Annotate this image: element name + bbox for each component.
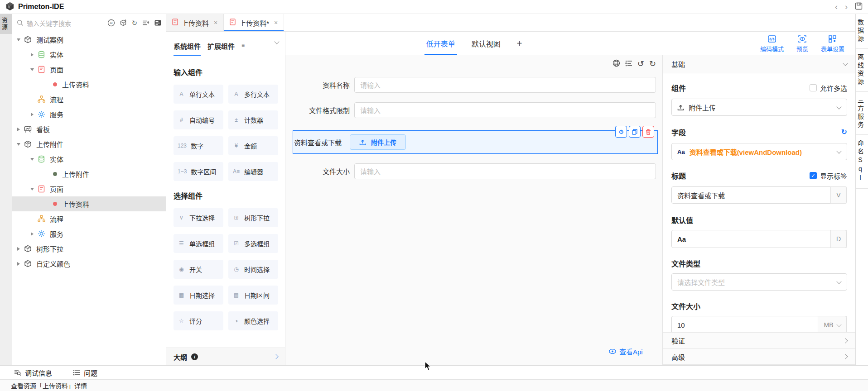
widget-copy-button[interactable]	[629, 126, 641, 138]
palette-item-editor[interactable]: A≡编辑器	[228, 162, 278, 181]
tree-expand-arrow[interactable]	[29, 186, 36, 192]
nav-back-icon[interactable]: ‹	[835, 3, 838, 11]
palette-item-number[interactable]: 123数字	[174, 136, 223, 155]
right-rail-tab[interactable]: 三方服务	[856, 92, 868, 135]
tree-item-page-instance[interactable]: 上传资料	[12, 77, 166, 92]
form-settings-button[interactable]: 表单设置	[821, 35, 844, 53]
right-rail-tab[interactable]: 数据源	[856, 14, 868, 49]
code-generate-icon[interactable]	[154, 19, 162, 27]
tree-item-package[interactable]: 测试案例	[12, 32, 166, 47]
section-advanced[interactable]: 高级	[663, 348, 855, 365]
text-input[interactable]: 请输入	[354, 77, 656, 93]
tab-extended-components[interactable]: 扩展组件	[207, 41, 235, 56]
debug-info-button[interactable]: 调试信息	[14, 368, 52, 377]
palette-item-rate[interactable]: ☆评分	[174, 311, 223, 330]
title-input[interactable]: 资料查看或下载 V	[671, 186, 847, 204]
doc-tab-upload-data[interactable]: 上传资料 ×	[166, 14, 224, 31]
globe-icon[interactable]	[612, 59, 620, 68]
collapse-sort-icon[interactable]	[141, 19, 149, 27]
doc-tab-upload-data-active[interactable]: 上传资料* ×	[224, 14, 284, 31]
tree-item-package[interactable]: 自定义颜色	[12, 256, 166, 271]
refresh-icon[interactable]: ↻	[131, 19, 137, 26]
tree-expand-arrow[interactable]	[15, 247, 22, 251]
view-api-link[interactable]: 查看Api	[609, 347, 643, 356]
ai-icon[interactable]: AI	[107, 19, 115, 27]
tree-expand-arrow[interactable]	[29, 113, 36, 116]
tree-item-page-instance[interactable]: 上传资料	[12, 196, 166, 211]
save-icon[interactable]	[855, 2, 863, 11]
palette-item-date-picker[interactable]: ▦日期选择	[174, 286, 223, 305]
tree-item-gear[interactable]: 服务	[12, 226, 166, 241]
section-basic-header[interactable]: 基础	[663, 55, 855, 73]
palette-item-switch[interactable]: ◉开关	[174, 260, 223, 279]
palette-item-date-range[interactable]: ▤日期区间	[228, 286, 278, 305]
palette-item-money[interactable]: ¥金额	[228, 136, 278, 155]
widget-delete-button[interactable]	[642, 126, 654, 138]
show-label-checkbox[interactable]: ✓ 显示标签	[810, 171, 847, 181]
field-refresh-icon[interactable]: ↻	[841, 129, 847, 136]
tree-expand-arrow[interactable]	[29, 53, 36, 57]
tree-expand-arrow[interactable]	[15, 128, 22, 131]
title-variable-button[interactable]: V	[830, 186, 847, 204]
attachment-upload-button[interactable]: 附件上传	[350, 134, 406, 150]
tree-item-flow[interactable]: 流程	[12, 92, 166, 107]
text-input[interactable]: 请输入	[354, 102, 656, 118]
redo-icon[interactable]: ↻	[649, 60, 656, 68]
checkbox-checked-icon[interactable]: ✓	[810, 172, 817, 179]
rail-tab-resources[interactable]: 资源	[0, 14, 12, 34]
palette-item-time-picker[interactable]: ◷时间选择	[228, 260, 278, 279]
tree-expand-arrow[interactable]	[15, 141, 22, 148]
close-icon[interactable]: ×	[214, 19, 217, 26]
default-dynamic-button[interactable]: D	[830, 230, 847, 248]
palette-item-radio-group[interactable]: ☰单选框组	[174, 234, 223, 253]
tree-item-flow[interactable]: 流程	[12, 211, 166, 226]
palette-item-counter[interactable]: ±计数器	[228, 110, 278, 129]
problems-button[interactable]: 问题	[73, 368, 97, 377]
palette-item-color-picker[interactable]: ◑颜色选择	[228, 311, 278, 330]
preview-button[interactable]: 预览	[796, 35, 808, 53]
palette-item-number-range[interactable]: 1~3数字区间	[174, 162, 223, 181]
tab-lowcode-form[interactable]: 低开表单	[426, 32, 455, 55]
palette-item-tree-select[interactable]: ⊞树形下拉	[228, 208, 278, 227]
close-icon[interactable]: ×	[274, 19, 278, 26]
tree-item-page[interactable]: 页面	[12, 62, 166, 77]
component-select[interactable]: 附件上传	[671, 99, 847, 116]
default-value-input[interactable]: Aa D	[671, 230, 847, 248]
tree-item-page-instance[interactable]: 上传附件	[12, 167, 166, 181]
widget-settings-button[interactable]: ⚙	[615, 126, 627, 138]
tree-expand-arrow[interactable]	[15, 262, 22, 266]
palette-item-checkbox-group[interactable]: ☑多选框组	[228, 234, 278, 253]
right-rail-tab[interactable]: 命名Sql	[856, 135, 868, 189]
file-size-input[interactable]: 10 MB	[671, 316, 847, 334]
field-select[interactable]: Aa 资料查看或下载(viewAndDownload)	[671, 143, 847, 160]
chevron-right-icon[interactable]	[273, 354, 278, 359]
tree-item-page[interactable]: 页面	[12, 181, 166, 196]
section-validation[interactable]: 验证	[663, 332, 855, 348]
palette-item-auto-number[interactable]: #自动编号	[174, 110, 223, 129]
selected-upload-widget[interactable]: 资料查看或下载 附件上传	[293, 130, 658, 154]
right-rail-tab[interactable]: 离线资源	[856, 49, 868, 92]
palette-item-multi-text[interactable]: A多行文本	[228, 85, 278, 104]
outline-footer[interactable]: 大纲 i	[166, 348, 285, 365]
checkbox-icon[interactable]	[810, 84, 817, 91]
tree-expand-arrow[interactable]	[29, 66, 36, 73]
tree-item-gear[interactable]: 服务	[12, 107, 166, 122]
chevron-down-icon[interactable]	[274, 39, 279, 44]
undo-icon[interactable]: ↺	[637, 60, 644, 68]
add-view-button[interactable]: +	[517, 38, 522, 49]
tab-default-view[interactable]: 默认视图	[472, 32, 501, 55]
tree-expand-arrow[interactable]	[29, 156, 36, 162]
tree-item-board[interactable]: 看板	[12, 122, 166, 137]
new-model-icon[interactable]	[119, 19, 127, 27]
palette-item-single-text[interactable]: A单行文本	[174, 85, 223, 104]
tree-item-package[interactable]: 上传附件	[12, 137, 166, 152]
allow-multiple-checkbox[interactable]: 允许多选	[810, 83, 847, 93]
tree-item-package[interactable]: 树形下拉	[12, 241, 166, 256]
code-mode-button[interactable]: 编码模式	[760, 35, 784, 53]
file-type-select[interactable]: 请选择文件类型	[671, 273, 847, 291]
tree-expand-arrow[interactable]	[15, 36, 22, 43]
tree-item-db[interactable]: 实体	[12, 47, 166, 62]
outline-list-icon[interactable]	[625, 60, 632, 68]
tree-item-db[interactable]: 实体	[12, 152, 166, 167]
nav-forward-icon[interactable]: ›	[845, 3, 848, 11]
